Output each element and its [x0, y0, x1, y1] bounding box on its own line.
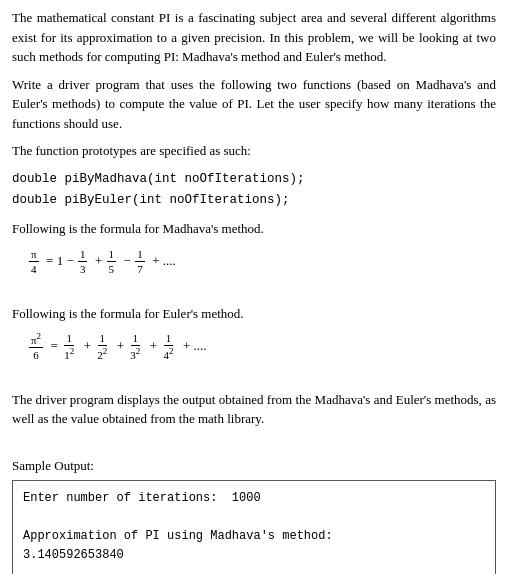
frac-1-2sq: 1 22 [95, 331, 109, 362]
madhava-formula: π 4 = 1 − 1 3 + 1 5 − 1 7 + .... [28, 247, 496, 277]
driver-paragraph: Write a driver program that uses the fol… [12, 75, 496, 134]
frac-1-5: 1 5 [107, 247, 117, 277]
pi-over-4: π 4 [29, 247, 39, 277]
frac-1-3sq: 1 32 [128, 331, 142, 362]
frac-1-4sq: 1 42 [161, 331, 175, 362]
euler-formula: π2 6 = 1 12 + 1 22 + 1 32 + 1 42 + .... [28, 331, 496, 362]
frac-1-1sq: 1 12 [62, 331, 76, 362]
frac-1-7: 1 7 [135, 247, 145, 277]
sample-output-box: Enter number of iterations: 1000 Approxi… [12, 480, 496, 574]
pi2-over-6: π2 6 [29, 331, 43, 362]
madhava-label: Following is the formula for Madhava's m… [12, 219, 496, 239]
prototypes-label: The function prototypes are specified as… [12, 141, 496, 161]
prototype-block: double piByMadhava(int noOfIterations); … [12, 169, 496, 212]
proto2: double piByEuler(int noOfIterations); [12, 190, 496, 211]
euler-label: Following is the formula for Euler's met… [12, 304, 496, 324]
sample-output-label: Sample Output: [12, 456, 496, 476]
intro-paragraph: The mathematical constant PI is a fascin… [12, 8, 496, 67]
frac-1-3: 1 3 [78, 247, 88, 277]
driver-output-paragraph: The driver program displays the output o… [12, 390, 496, 429]
proto1: double piByMadhava(int noOfIterations); [12, 169, 496, 190]
